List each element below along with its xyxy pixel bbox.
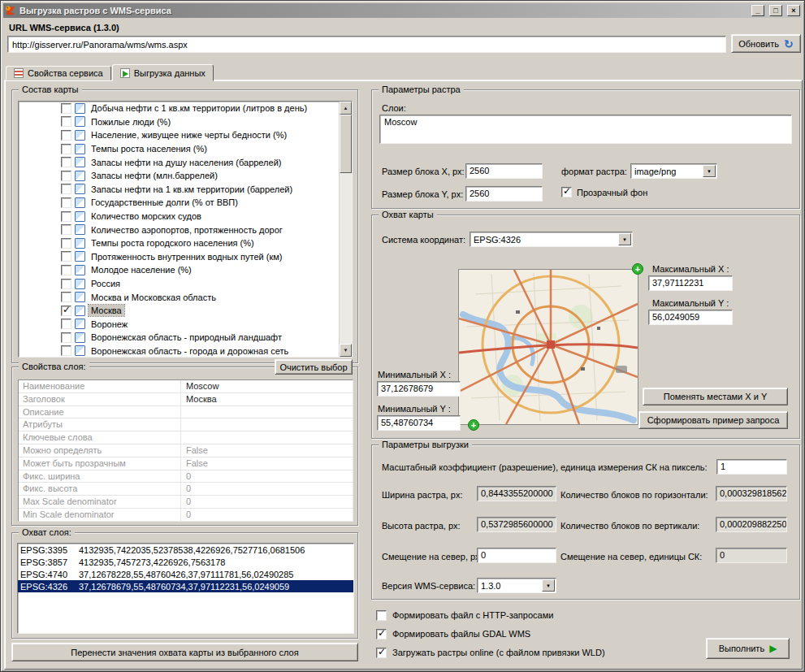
tree-item-checkbox[interactable]: [61, 279, 71, 289]
property-row[interactable]: Может быть прозрачным False: [19, 457, 353, 470]
block-y-input[interactable]: 2560: [465, 186, 543, 202]
scale-input[interactable]: 1: [716, 459, 787, 475]
tree-item[interactable]: Воронеж: [19, 318, 352, 332]
option-checkbox[interactable]: [376, 629, 387, 639]
option-row[interactable]: Формировать файл с HTTP-запросами: [376, 609, 605, 622]
layer-extent-list[interactable]: EPSG:3395 4132935,7422035,52378538,42269…: [17, 543, 354, 634]
format-dropdown[interactable]: image/png ▼: [630, 163, 717, 179]
crs-dropdown-button[interactable]: ▼: [618, 233, 631, 245]
property-row[interactable]: Можно определять False: [19, 444, 353, 457]
clear-selection-button[interactable]: Очистить выбор: [275, 359, 353, 375]
epsg-coords: 4132935,7457273,4226926,7563178: [79, 557, 225, 567]
tree-item[interactable]: Темпы роста населения (%): [19, 142, 352, 156]
tree-item[interactable]: Количество морских судов: [19, 210, 352, 223]
tree-item-checkbox[interactable]: [61, 292, 71, 302]
tree-item-checkbox[interactable]: [61, 211, 71, 222]
tree-item-checkbox[interactable]: [61, 144, 71, 154]
property-row[interactable]: Атрибуты: [19, 418, 353, 431]
tree-item-checkbox[interactable]: [61, 116, 71, 127]
scroll-down-button[interactable]: ▼: [340, 344, 352, 357]
tree-item-checkbox[interactable]: [61, 197, 71, 208]
extent-list-item[interactable]: EPSG:3395 4132935,7422035,52378538,42269…: [18, 544, 353, 556]
tab-service-properties[interactable]: Свойства сервиса: [6, 66, 111, 80]
property-row[interactable]: Фикс. ширина 0: [19, 470, 353, 483]
tree-item-checkbox[interactable]: [61, 265, 71, 275]
tree-item[interactable]: Воронежская область - природный ландшафт: [19, 331, 352, 345]
min-x-input[interactable]: 37,12678679: [377, 381, 461, 397]
property-row[interactable]: Фикс. высота 0: [19, 483, 353, 496]
option-row[interactable]: Загружать растры online (с файлом привяз…: [376, 646, 605, 659]
transparent-bg-checkbox[interactable]: [561, 187, 572, 197]
tree-item-checkbox[interactable]: [61, 157, 71, 167]
tree-item-checkbox[interactable]: [61, 184, 71, 194]
option-checkbox[interactable]: [376, 610, 387, 621]
scroll-thumb[interactable]: [340, 115, 352, 173]
tree-item[interactable]: Количество аэропортов, протяженность дор…: [19, 223, 352, 236]
scroll-up-button[interactable]: ▲: [340, 102, 352, 115]
tree-item[interactable]: Москва: [19, 304, 352, 318]
tree-item[interactable]: Москва и Московская область: [19, 290, 352, 304]
max-y-input[interactable]: 56,0249059: [648, 310, 733, 325]
option-row[interactable]: Формировать файлы GDAL WMS: [376, 627, 605, 640]
tree-item[interactable]: Россия: [19, 277, 352, 291]
tree-item[interactable]: Протяженность внутренних водных путей (к…: [19, 250, 352, 264]
tree-item-checkbox[interactable]: [61, 332, 71, 343]
block-x-input[interactable]: 2560: [465, 163, 543, 179]
minimize-button[interactable]: _: [751, 5, 764, 16]
url-input[interactable]: [7, 36, 726, 53]
titlebar[interactable]: Выгрузка растров с WMS-сервиса _ □ ×: [3, 3, 802, 18]
sample-request-button[interactable]: Сформировать пример запроса: [638, 411, 788, 429]
tree-item-checkbox[interactable]: [61, 130, 71, 141]
tree-item-checkbox[interactable]: [61, 171, 71, 181]
scroll-track[interactable]: [340, 173, 352, 344]
tree-item[interactable]: Пожилые люди (%): [19, 115, 352, 129]
layers-input[interactable]: Moscow: [379, 115, 792, 144]
property-row[interactable]: Max Scale denominator 0: [19, 496, 353, 509]
property-row[interactable]: Описание: [19, 406, 353, 419]
tree-item-checkbox[interactable]: [61, 238, 71, 249]
swap-xy-button[interactable]: Поменять местами X и Y: [643, 388, 788, 405]
tree-item[interactable]: Добыча нефти с 1 кв.км территории (литро…: [19, 102, 352, 115]
wms-version-dropdown[interactable]: 1.3.0 ▼: [477, 578, 556, 593]
extent-list-item[interactable]: EPSG:3857 4132935,7457273,4226926,756317…: [18, 556, 353, 568]
maximize-button[interactable]: □: [769, 5, 782, 16]
option-checkbox[interactable]: [376, 648, 387, 658]
wms-version-dropdown-button[interactable]: ▼: [542, 579, 555, 592]
property-row[interactable]: Заголовок Москва: [19, 393, 353, 406]
extent-list-item[interactable]: EPSG:4740 37,12678228,55,48760426,37,971…: [18, 568, 353, 580]
min-y-input[interactable]: 55,48760734: [377, 415, 461, 431]
tree-item-checkbox[interactable]: [61, 103, 71, 114]
property-row[interactable]: Ключевые слова: [19, 431, 353, 444]
transparent-bg-option[interactable]: Прозрачный фон: [561, 187, 647, 197]
tree-item[interactable]: Запасы нефти (млн.баррелей): [19, 169, 352, 183]
tree-item[interactable]: Государственные долги (% от ВВП): [19, 196, 352, 210]
tree-item-checkbox[interactable]: [61, 345, 71, 356]
refresh-button[interactable]: Обновить ↻: [731, 34, 801, 53]
tree-item[interactable]: Запасы нефти на 1 кв.км территории (барр…: [19, 183, 352, 197]
map-layers-tree[interactable]: Добыча нефти с 1 кв.км территории (литро…: [18, 101, 353, 358]
tree-item[interactable]: Воронежская область - города и дорожная …: [19, 345, 352, 358]
transfer-extent-button[interactable]: Перенести значения охвата карты из выбра…: [11, 643, 358, 661]
tree-item[interactable]: Молодое население (%): [19, 263, 352, 277]
tree-item-checkbox[interactable]: [61, 306, 71, 316]
tree-item[interactable]: Темпы роста городского населения (%): [19, 236, 352, 250]
tree-item[interactable]: Запасы нефти на душу населения (баррелей…: [19, 155, 352, 169]
format-dropdown-button[interactable]: ▼: [703, 165, 716, 177]
extent-list-item[interactable]: EPSG:4326 37,12678679,55,48760734,37,971…: [18, 580, 353, 592]
tree-item-checkbox[interactable]: [61, 224, 71, 235]
tree-item[interactable]: Население, живущее ниже черты бедности (…: [19, 128, 352, 142]
crs-dropdown[interactable]: EPSG:4326 ▼: [470, 232, 633, 247]
min-corner-plus-icon[interactable]: +: [468, 419, 479, 431]
offset-px-input[interactable]: 0: [477, 548, 556, 563]
tree-item-checkbox[interactable]: [61, 251, 71, 262]
max-corner-plus-icon[interactable]: +: [632, 263, 643, 275]
tab-data-export[interactable]: Выгрузка данных: [112, 64, 214, 81]
property-row[interactable]: Наименование Moscow: [19, 380, 353, 393]
property-row[interactable]: Min Scale denominator 0: [19, 509, 353, 522]
map-preview[interactable]: [458, 269, 638, 425]
close-button[interactable]: ×: [787, 5, 800, 16]
max-x-input[interactable]: 37,97112231: [648, 275, 733, 291]
tree-item-checkbox[interactable]: [61, 319, 71, 329]
execute-button[interactable]: Выполнить ▶: [706, 638, 790, 659]
tree-scrollbar[interactable]: ▲ ▼: [339, 102, 352, 357]
